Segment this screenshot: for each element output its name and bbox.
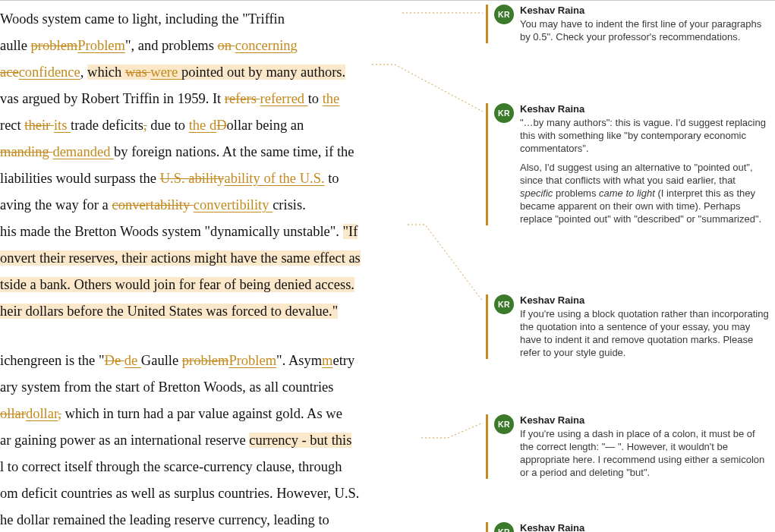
inserted-text: de <box>124 353 141 368</box>
text: etry <box>332 353 354 368</box>
inserted-text: the <box>189 118 210 133</box>
highlighted-range[interactable]: onvert their reserves, their actions mig… <box>0 250 361 266</box>
text: , <box>80 65 87 80</box>
avatar: KR <box>494 5 514 24</box>
inserted-text: Problem <box>77 38 125 53</box>
avatar: KR <box>494 103 514 123</box>
document-text: Woods system came to light, including th… <box>0 0 486 532</box>
deleted-text: D <box>216 118 226 133</box>
comment-card[interactable]: KR Keshav Raina <box>486 522 773 532</box>
inserted-text: convertibility <box>194 197 273 212</box>
deleted-text: ollar <box>0 406 26 421</box>
comment-card[interactable]: KR Keshav Raina You may have to indent t… <box>486 5 773 43</box>
comment-text: If you're using a dash in place of a col… <box>520 427 770 479</box>
inserted-text: ability of the U.S. <box>224 171 324 186</box>
text: his made the Bretton Woods system "dynam… <box>0 224 343 239</box>
text: by foreign nations. At the same time, if… <box>114 144 354 159</box>
inserted-text: concerning <box>235 38 298 53</box>
text: om deficit countries as well as surplus … <box>0 486 359 501</box>
highlighted-range[interactable]: heir dollars before the United States wa… <box>0 304 338 319</box>
text: due to <box>147 118 189 133</box>
comment-text: You may have to indent the first line of… <box>520 17 770 43</box>
comment-author: Keshav Raina <box>520 103 770 115</box>
text: ary system from the start of Bretton Woo… <box>0 379 334 395</box>
text: Gaulle <box>141 353 182 368</box>
avatar: KR <box>494 414 514 434</box>
deleted-text: on <box>218 38 235 53</box>
comment-author: Keshav Raina <box>520 522 770 532</box>
text: l to correct itself through the scarce-c… <box>0 459 342 474</box>
comment-card[interactable]: KR Keshav Raina If you're using a block … <box>486 294 773 359</box>
comment-author: Keshav Raina <box>520 414 770 426</box>
comment-text: "…by many authors": this is vague. I'd s… <box>520 116 770 225</box>
highlighted-range[interactable]: currency - but this <box>249 433 351 448</box>
text: trade deficits <box>71 118 143 133</box>
inserted-text: m <box>322 353 332 368</box>
comment-author: Keshav Raina <box>520 5 770 16</box>
deleted-text: problem <box>31 38 78 53</box>
text: he dollar remained the leading reserve c… <box>0 512 329 527</box>
text: aulle <box>0 38 31 53</box>
deleted-text: convertability <box>112 197 193 212</box>
text: aving the way for a <box>0 197 112 212</box>
text: rect <box>0 118 24 133</box>
text: crisis. <box>273 197 306 212</box>
text: vas argued by Robert Triffin in 1959. It <box>0 91 225 106</box>
highlighted-range[interactable]: which was were pointed out by many autho… <box>87 65 345 80</box>
inserted-text: referred <box>260 91 308 106</box>
text: ar gaining power as an international res… <box>0 433 249 448</box>
comment-card[interactable]: KR Keshav Raina "…by many authors": this… <box>486 103 773 225</box>
comment-author: Keshav Raina <box>520 294 770 306</box>
deleted-text: manding <box>0 144 52 159</box>
avatar: KR <box>494 294 514 314</box>
text: ollar being an <box>227 118 304 133</box>
deleted-text: their <box>24 118 54 133</box>
deleted-text: De <box>105 353 124 368</box>
text: to <box>325 171 339 186</box>
deleted-text: refers <box>225 91 260 106</box>
inserted-text: d <box>210 118 216 133</box>
deleted-text: ace <box>0 65 19 80</box>
text: ", and problems <box>125 38 218 53</box>
text: liabilities would surpass the <box>0 171 160 186</box>
inserted-text: confidence <box>19 65 80 80</box>
comment-text: If you're using a block quotation rather… <box>520 307 770 359</box>
text: ". Asym <box>276 353 322 368</box>
highlighted-range[interactable]: tside a bank. Others would join for fear… <box>0 277 354 292</box>
inserted-text: its <box>54 118 71 133</box>
text: which in turn had a par value against go… <box>61 406 342 421</box>
inserted-text: demanded <box>52 144 114 159</box>
inserted-text: Problem <box>228 353 276 368</box>
text: Woods system came to light, including th… <box>0 11 285 27</box>
inserted-text: the <box>323 91 340 106</box>
comment-card[interactable]: KR Keshav Raina If you're using a dash i… <box>486 414 773 479</box>
deleted-text: problem <box>182 353 229 368</box>
text: to <box>308 91 323 106</box>
highlighted-range[interactable]: "If <box>343 224 358 239</box>
inserted-text: dollar <box>26 406 58 421</box>
avatar: KR <box>494 522 514 532</box>
deleted-text: U.S. ability <box>160 171 225 186</box>
text: ichengreen is the " <box>0 353 105 368</box>
